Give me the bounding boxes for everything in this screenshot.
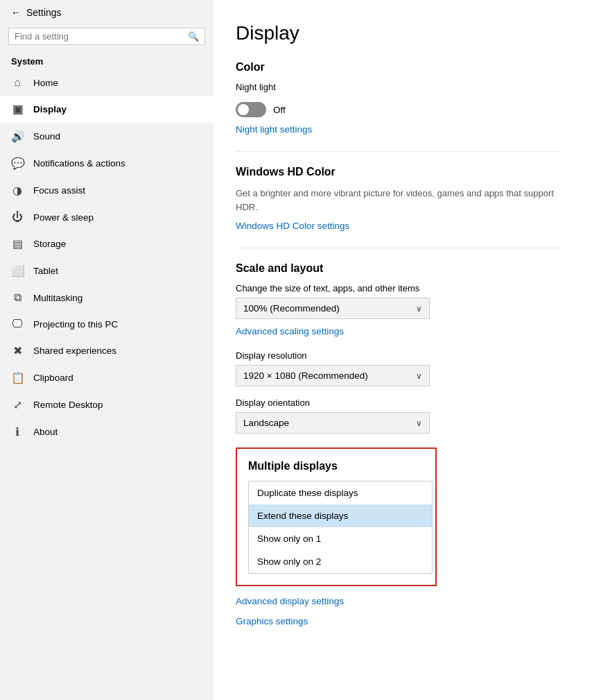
toggle-knob xyxy=(238,104,249,115)
settings-title: Settings xyxy=(26,7,62,18)
orientation-label: Display orientation xyxy=(236,398,559,408)
clipboard-icon: 📋 xyxy=(11,371,24,384)
advanced-display-row: Advanced display settings xyxy=(236,595,559,609)
about-icon: ℹ xyxy=(11,425,24,438)
night-light-toggle[interactable] xyxy=(236,102,266,117)
orientation-chevron-icon: ∨ xyxy=(416,418,422,428)
multiple-displays-heading: Multiple displays xyxy=(248,460,424,472)
advanced-scaling-link[interactable]: Advanced scaling settings xyxy=(236,326,344,336)
power-icon: ⏻ xyxy=(11,211,24,223)
graphics-settings-link[interactable]: Graphics settings xyxy=(236,616,308,626)
sidebar-item-shared[interactable]: ✖ Shared experiences xyxy=(0,337,214,364)
sidebar-item-power-label: Power & sleep xyxy=(33,212,94,223)
scale-label: Change the size of text, apps, and other… xyxy=(236,283,559,293)
night-light-row: Night light xyxy=(236,82,559,96)
sidebar-item-power[interactable]: ⏻ Power & sleep xyxy=(0,204,214,230)
option-show2[interactable]: Show only on 2 xyxy=(249,550,432,573)
sidebar-item-tablet-label: Tablet xyxy=(33,266,58,276)
sidebar-item-display[interactable]: ▣ Display xyxy=(0,96,214,123)
sidebar-item-storage-label: Storage xyxy=(33,239,66,249)
sidebar-item-remote-label: Remote Desktop xyxy=(33,400,103,410)
search-box[interactable]: 🔍 xyxy=(8,28,205,45)
home-icon: ⌂ xyxy=(11,76,24,89)
sound-icon: 🔊 xyxy=(11,130,24,143)
sidebar-item-sound[interactable]: 🔊 Sound xyxy=(0,123,214,150)
sidebar-item-remote[interactable]: ⤢ Remote Desktop xyxy=(0,391,214,418)
option-extend[interactable]: Extend these displays xyxy=(249,504,432,527)
remote-icon: ⤢ xyxy=(11,398,24,411)
scale-chevron-icon: ∨ xyxy=(416,304,422,314)
sidebar-item-display-label: Display xyxy=(33,104,67,114)
orientation-group: Display orientation Landscape ∨ xyxy=(236,398,559,434)
system-label: System xyxy=(0,51,214,69)
notifications-icon: 💬 xyxy=(11,157,24,170)
shared-icon: ✖ xyxy=(11,344,24,357)
resolution-label: Display resolution xyxy=(236,350,559,361)
sidebar-item-about[interactable]: ℹ About xyxy=(0,418,214,445)
back-button[interactable]: ← Settings xyxy=(0,0,214,25)
color-section: Color Night light Off Night light settin… xyxy=(236,61,559,137)
search-input[interactable] xyxy=(15,31,184,42)
multiple-displays-box: Multiple displays Duplicate these displa… xyxy=(236,447,437,586)
night-light-label: Night light xyxy=(236,82,276,92)
sidebar-item-shared-label: Shared experiences xyxy=(33,345,116,356)
sidebar-item-clipboard-label: Clipboard xyxy=(33,373,73,383)
divider-1 xyxy=(236,151,559,152)
sidebar: ← Settings 🔍 System ⌂ Home ▣ Display 🔊 S… xyxy=(0,0,214,700)
display-icon: ▣ xyxy=(11,103,24,116)
resolution-value: 1920 × 1080 (Recommended) xyxy=(243,370,368,381)
page-title: Display xyxy=(236,22,559,44)
scale-heading: Scale and layout xyxy=(236,262,559,275)
multiple-displays-dropdown: Duplicate these displays Extend these di… xyxy=(248,481,433,574)
sidebar-item-clipboard[interactable]: 📋 Clipboard xyxy=(0,364,214,391)
divider-2 xyxy=(236,248,559,248)
sidebar-item-notifications[interactable]: 💬 Notifications & actions xyxy=(0,150,214,177)
hd-color-heading: Windows HD Color xyxy=(236,166,559,178)
multitasking-icon: ⧉ xyxy=(11,291,24,304)
scale-value: 100% (Recommended) xyxy=(243,303,340,314)
sidebar-item-focus[interactable]: ◑ Focus assist xyxy=(0,177,214,204)
resolution-group: Display resolution 1920 × 1080 (Recommen… xyxy=(236,350,559,386)
sidebar-item-tablet[interactable]: ⬜ Tablet xyxy=(0,257,214,284)
orientation-value: Landscape xyxy=(243,418,289,428)
scale-dropdown[interactable]: 100% (Recommended) ∨ xyxy=(236,298,430,319)
projecting-icon: 🖵 xyxy=(11,318,24,330)
orientation-dropdown[interactable]: Landscape ∨ xyxy=(236,412,430,434)
resolution-dropdown[interactable]: 1920 × 1080 (Recommended) ∨ xyxy=(236,365,430,386)
sidebar-item-multitasking[interactable]: ⧉ Multitasking xyxy=(0,284,214,311)
search-icon: 🔍 xyxy=(188,31,199,42)
scale-section: Scale and layout Change the size of text… xyxy=(236,262,559,434)
night-light-settings-link[interactable]: Night light settings xyxy=(236,124,312,135)
storage-icon: ▤ xyxy=(11,237,24,250)
sidebar-item-notifications-label: Notifications & actions xyxy=(33,158,125,169)
hd-color-description: Get a brighter and more vibrant picture … xyxy=(236,187,559,214)
sidebar-item-home[interactable]: ⌂ Home xyxy=(0,69,214,96)
hd-color-section: Windows HD Color Get a brighter and more… xyxy=(236,166,559,234)
night-light-state: Off xyxy=(273,105,286,115)
main-content: Display Color Night light Off Night ligh… xyxy=(214,0,592,700)
sidebar-item-projecting[interactable]: 🖵 Projecting to this PC xyxy=(0,311,214,337)
sidebar-item-multitasking-label: Multitasking xyxy=(33,293,82,303)
graphics-settings-row: Graphics settings xyxy=(236,615,559,629)
advanced-display-link[interactable]: Advanced display settings xyxy=(236,596,344,606)
option-show1[interactable]: Show only on 1 xyxy=(249,527,432,550)
sidebar-item-home-label: Home xyxy=(33,78,58,88)
sidebar-item-storage[interactable]: ▤ Storage xyxy=(0,230,214,257)
tablet-icon: ⬜ xyxy=(11,264,24,278)
sidebar-item-about-label: About xyxy=(33,427,58,437)
sidebar-item-projecting-label: Projecting to this PC xyxy=(33,319,118,330)
option-duplicate[interactable]: Duplicate these displays xyxy=(249,481,432,504)
sidebar-item-sound-label: Sound xyxy=(33,131,60,142)
color-heading: Color xyxy=(236,61,559,74)
sidebar-item-focus-label: Focus assist xyxy=(33,185,85,196)
night-light-toggle-row: Off xyxy=(236,102,559,117)
back-icon: ← xyxy=(11,7,21,18)
resolution-chevron-icon: ∨ xyxy=(416,371,422,381)
focus-icon: ◑ xyxy=(11,184,24,197)
hd-color-settings-link[interactable]: Windows HD Color settings xyxy=(236,221,349,231)
multiple-displays-section: Multiple displays Duplicate these displa… xyxy=(236,447,559,629)
